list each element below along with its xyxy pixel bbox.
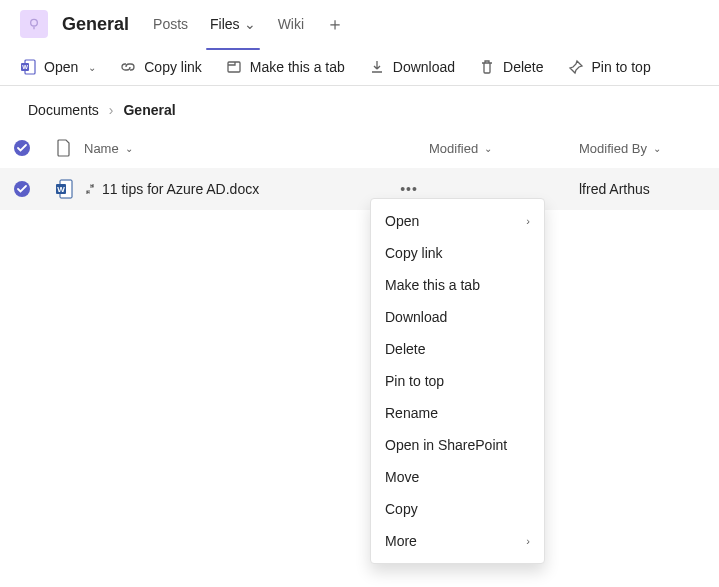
context-open-sharepoint[interactable]: Open in SharePoint bbox=[371, 429, 544, 461]
make-tab-label: Make this a tab bbox=[250, 59, 345, 75]
open-button[interactable]: W Open ⌄ bbox=[20, 59, 96, 75]
check-circle-icon bbox=[13, 139, 31, 157]
file-name-cell[interactable]: 11 tips for Azure AD.docx bbox=[84, 181, 389, 197]
context-copy[interactable]: Copy bbox=[371, 493, 544, 525]
delete-button[interactable]: Delete bbox=[479, 59, 543, 75]
context-copy-link[interactable]: Copy link bbox=[371, 237, 544, 269]
file-name-text: 11 tips for Azure AD.docx bbox=[102, 181, 259, 197]
chevron-right-icon: › bbox=[526, 215, 530, 227]
context-menu: Open › Copy link Make this a tab Downloa… bbox=[370, 198, 545, 564]
breadcrumb-root[interactable]: Documents bbox=[28, 102, 99, 118]
chevron-down-icon: ⌄ bbox=[88, 62, 96, 73]
chevron-right-icon: › bbox=[526, 535, 530, 547]
table-header-row: Name ⌄ Modified ⌄ Modified By ⌄ bbox=[0, 128, 719, 168]
column-name-label: Name bbox=[84, 141, 119, 156]
download-button[interactable]: Download bbox=[369, 59, 455, 75]
column-name[interactable]: Name ⌄ bbox=[84, 141, 389, 156]
pin-icon bbox=[568, 59, 584, 75]
chevron-down-icon: ⌄ bbox=[244, 16, 256, 32]
lightbulb-icon bbox=[26, 16, 42, 32]
file-icon bbox=[56, 139, 72, 157]
trash-icon bbox=[479, 59, 495, 75]
context-make-tab[interactable]: Make this a tab bbox=[371, 269, 544, 301]
chevron-down-icon: ⌄ bbox=[484, 143, 492, 154]
context-delete[interactable]: Delete bbox=[371, 333, 544, 365]
context-more[interactable]: More › bbox=[371, 525, 544, 557]
copy-link-button[interactable]: Copy link bbox=[120, 59, 202, 75]
copy-link-label: Copy link bbox=[144, 59, 202, 75]
tab-wiki[interactable]: Wiki bbox=[274, 10, 308, 38]
tab-icon bbox=[226, 59, 242, 75]
pin-button[interactable]: Pin to top bbox=[568, 59, 651, 75]
download-icon bbox=[369, 59, 385, 75]
sync-icon bbox=[84, 183, 96, 195]
column-modified[interactable]: Modified ⌄ bbox=[429, 141, 579, 156]
svg-rect-5 bbox=[228, 62, 240, 72]
link-icon bbox=[120, 59, 136, 75]
open-label: Open bbox=[44, 59, 78, 75]
delete-label: Delete bbox=[503, 59, 543, 75]
file-type-icon: W bbox=[44, 179, 84, 199]
context-more-label: More bbox=[385, 533, 417, 549]
context-open[interactable]: Open › bbox=[371, 205, 544, 237]
breadcrumb-current: General bbox=[123, 102, 175, 118]
tab-files[interactable]: Files⌄ bbox=[206, 10, 260, 38]
pin-label: Pin to top bbox=[592, 59, 651, 75]
context-move[interactable]: Move bbox=[371, 461, 544, 493]
check-circle-icon bbox=[13, 180, 31, 198]
select-all[interactable] bbox=[0, 139, 44, 157]
chevron-down-icon: ⌄ bbox=[125, 143, 133, 154]
svg-text:W: W bbox=[22, 64, 28, 70]
chevron-right-icon: › bbox=[109, 102, 114, 118]
svg-text:W: W bbox=[57, 185, 65, 194]
svg-point-0 bbox=[31, 19, 38, 26]
column-modified-by[interactable]: Modified By ⌄ bbox=[579, 141, 719, 156]
context-download[interactable]: Download bbox=[371, 301, 544, 333]
row-select[interactable] bbox=[0, 180, 44, 198]
chevron-down-icon: ⌄ bbox=[653, 143, 661, 154]
context-rename[interactable]: Rename bbox=[371, 397, 544, 429]
download-label: Download bbox=[393, 59, 455, 75]
command-toolbar: W Open ⌄ Copy link Make this a tab Downl… bbox=[0, 49, 719, 86]
breadcrumb: Documents › General bbox=[0, 86, 719, 128]
word-icon: W bbox=[55, 179, 73, 199]
make-tab-button[interactable]: Make this a tab bbox=[226, 59, 345, 75]
row-actions-button[interactable]: ••• bbox=[389, 181, 429, 197]
file-table: Name ⌄ Modified ⌄ Modified By ⌄ W 11 tip… bbox=[0, 128, 719, 210]
add-tab-button[interactable]: ＋ bbox=[322, 12, 348, 36]
table-row[interactable]: W 11 tips for Azure AD.docx ••• lfred Ar… bbox=[0, 168, 719, 210]
team-avatar bbox=[20, 10, 48, 38]
column-modified-by-label: Modified By bbox=[579, 141, 647, 156]
tab-files-label: Files bbox=[210, 16, 240, 32]
column-modified-label: Modified bbox=[429, 141, 478, 156]
context-open-label: Open bbox=[385, 213, 419, 229]
channel-title: General bbox=[62, 14, 129, 35]
file-type-header[interactable] bbox=[44, 139, 84, 157]
tab-posts[interactable]: Posts bbox=[149, 10, 192, 38]
word-icon: W bbox=[20, 59, 36, 75]
modified-by-cell: lfred Arthus bbox=[579, 181, 719, 197]
context-pin[interactable]: Pin to top bbox=[371, 365, 544, 397]
channel-header: General Posts Files⌄ Wiki ＋ bbox=[0, 0, 719, 49]
